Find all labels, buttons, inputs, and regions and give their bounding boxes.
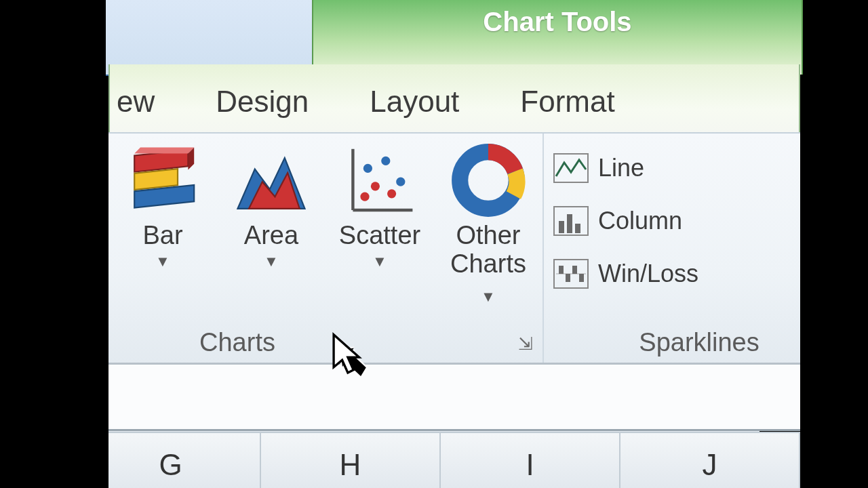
svg-rect-26	[579, 274, 584, 282]
sparkline-line-icon	[553, 153, 589, 183]
ribbon-tabs: ew Design Layout Format	[108, 64, 800, 139]
area-chart-button[interactable]: Area ▼	[220, 143, 322, 308]
sparkline-column-button[interactable]: Column	[551, 195, 800, 247]
svg-rect-25	[572, 266, 577, 274]
svg-marker-3	[134, 148, 194, 154]
dropdown-caret-icon: ▼	[112, 253, 214, 270]
donut-chart-icon	[451, 143, 526, 218]
sparkline-column-icon	[553, 206, 589, 236]
svg-point-10	[381, 157, 390, 165]
sparkline-winloss-label: Win/Loss	[598, 260, 698, 288]
sparkline-winloss-icon	[553, 259, 589, 289]
contextual-tab-chart-tools: Chart Tools	[312, 0, 803, 75]
svg-rect-16	[554, 154, 588, 182]
sparkline-column-label: Column	[598, 207, 682, 235]
scatter-chart-icon	[342, 143, 417, 218]
group-label-charts: Charts	[20, 328, 454, 357]
tab-layout[interactable]: Layout	[370, 85, 459, 119]
bar-chart-button[interactable]: Bar ▼	[112, 143, 214, 308]
column-header[interactable]: H	[261, 433, 441, 488]
other-charts-label: Other Charts	[437, 222, 539, 279]
svg-rect-19	[567, 214, 572, 233]
svg-rect-20	[575, 224, 580, 233]
sparkline-line-label: Line	[598, 154, 644, 182]
contextual-tab-title: Chart Tools	[313, 7, 802, 37]
svg-point-9	[363, 164, 372, 173]
area-chart-icon	[234, 143, 309, 218]
other-charts-button[interactable]: Other Charts ▼	[437, 143, 539, 308]
column-headers: G H I J	[108, 432, 800, 488]
sparkline-winloss-button[interactable]: Win/Loss	[551, 247, 800, 300]
dialog-launcher-icon[interactable]: ⇲	[518, 333, 533, 354]
scatter-chart-label: Scatter	[329, 222, 431, 250]
svg-rect-18	[559, 221, 564, 233]
svg-point-14	[360, 192, 369, 201]
svg-rect-23	[559, 266, 564, 274]
column-header[interactable]: J	[620, 433, 800, 488]
area-chart-label: Area	[220, 222, 322, 250]
svg-rect-24	[566, 274, 570, 282]
ribbon-group-sparklines: Line Column	[544, 134, 800, 364]
svg-point-13	[387, 189, 396, 198]
tab-design[interactable]: Design	[216, 85, 309, 119]
dropdown-caret-icon: ▼	[481, 288, 496, 305]
tab-view-partial[interactable]: ew	[117, 85, 155, 119]
scatter-chart-button[interactable]: Scatter ▼	[329, 143, 431, 308]
ribbon: Bar ▼ Area ▼	[108, 132, 800, 365]
bar-chart-label: Bar	[112, 222, 214, 250]
svg-rect-1	[134, 169, 178, 190]
dropdown-caret-icon: ▼	[329, 253, 431, 270]
group-label-sparklines: Sparklines	[544, 328, 827, 357]
mouse-cursor-icon	[332, 332, 366, 380]
formula-bar[interactable]	[108, 363, 800, 431]
tab-format[interactable]: Format	[520, 85, 614, 119]
ribbon-group-charts: Bar ▼ Area ▼	[108, 134, 544, 364]
column-header[interactable]: I	[441, 433, 620, 488]
app-window: Chart Tools ew Design Layout Format	[108, 0, 760, 488]
bar-chart-icon	[125, 143, 200, 218]
dropdown-caret-icon: ▼	[220, 253, 322, 270]
svg-point-11	[396, 178, 405, 186]
column-header[interactable]: G	[81, 433, 261, 488]
svg-marker-27	[334, 335, 359, 373]
svg-point-12	[371, 182, 380, 190]
sparkline-line-button[interactable]: Line	[551, 142, 800, 195]
